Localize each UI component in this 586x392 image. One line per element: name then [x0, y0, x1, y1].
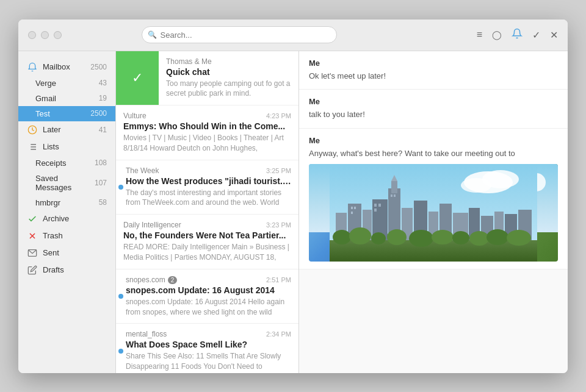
drafts-icon: [27, 265, 38, 276]
sidebar-label-archive: Archive: [43, 214, 69, 223]
x-icon[interactable]: ✕: [550, 29, 558, 41]
message-body-2: talk to you later!: [309, 109, 558, 121]
svg-point-49: [507, 230, 531, 246]
sidebar-label-drafts: Drafts: [43, 265, 64, 274]
selected-checkmark: ✓: [132, 70, 143, 86]
svg-point-43: [387, 229, 407, 245]
sidebar-item-archive[interactable]: Archive: [18, 210, 115, 227]
svg-rect-38: [394, 194, 396, 197]
mail-item[interactable]: Daily Intelligencer 3:23 PM No, the Foun…: [116, 215, 298, 269]
svg-rect-32: [354, 207, 356, 209]
svg-point-48: [487, 229, 508, 245]
titlebar: 🔍 ≡ ◯ ✓ ✕: [18, 20, 568, 51]
sidebar-count-verge: 43: [99, 79, 107, 87]
mail-item[interactable]: mental_floss 2:34 PM What Does Space Sme…: [116, 324, 298, 372]
sidebar-item-sent[interactable]: Sent: [18, 244, 115, 262]
mail-preview-3: READ MORE: Daily Intelligencer Main » Bu…: [123, 242, 291, 263]
mail-item-selected[interactable]: ✓ Thomas & Me Quick chat Too many people…: [116, 51, 298, 106]
maximize-button[interactable]: [54, 31, 62, 39]
sidebar-count-gmail: 19: [99, 94, 107, 102]
mail-preview-5: Share This See Also: 11 Smells That Are …: [126, 351, 291, 372]
sidebar-item-lists[interactable]: Lists: [18, 138, 115, 155]
sidebar-item-drafts[interactable]: Drafts: [18, 262, 115, 279]
mail-header-2: The Week 3:25 PM: [126, 166, 291, 175]
sidebar-item-mailbox[interactable]: Mailbox 2500: [18, 59, 115, 76]
svg-point-47: [469, 231, 489, 246]
mail-header-4: snopes.com2 2:51 PM: [126, 276, 291, 284]
svg-point-44: [409, 230, 433, 247]
mail-preview-1: Movies | TV | Music | Video | Books | Th…: [123, 133, 291, 154]
sidebar-item-hmbrgr[interactable]: hmbrgr 58: [18, 195, 115, 210]
trash-icon: [27, 230, 38, 241]
mail-badge-4: 2: [168, 276, 178, 284]
schedule-icon[interactable]: ◯: [492, 30, 502, 40]
sidebar-label-verge: Verge: [35, 79, 56, 88]
sidebar-label-lists: Lists: [43, 142, 59, 151]
mail-preview-4: snopes.com Update: 16 August 2014 Hello …: [126, 297, 291, 318]
main-content: Mailbox 2500 Verge 43 Gmail 19 Test 2500: [18, 51, 568, 373]
toolbar-actions: ≡ ◯ ✓ ✕: [477, 28, 558, 41]
svg-rect-35: [378, 204, 381, 207]
sidebar-label-trash: Trash: [43, 231, 63, 240]
notification-icon[interactable]: [512, 28, 523, 41]
sidebar-count-hmbrgr: 58: [99, 198, 107, 207]
svg-point-41: [349, 227, 371, 244]
sidebar-item-verge[interactable]: Verge 43: [18, 76, 115, 91]
mail-item[interactable]: The Week 3:25 PM How the West produces "…: [116, 160, 298, 215]
mail-subject-3: No, the Founders Were Not Tea Partier...: [123, 230, 291, 240]
mail-time-2: 3:25 PM: [266, 167, 291, 174]
sidebar-item-later[interactable]: Later 41: [18, 121, 115, 138]
mail-header-1: Vulture 4:23 PM: [123, 112, 291, 120]
close-button[interactable]: [28, 31, 36, 39]
unread-dot: [118, 294, 123, 299]
mail-item[interactable]: Vulture 4:23 PM Emmys: Who Should Win in…: [116, 105, 298, 160]
sidebar-label-saved: Saved Messages: [35, 174, 95, 192]
lists-icon: [27, 141, 38, 152]
search-icon: 🔍: [148, 30, 157, 39]
svg-point-46: [452, 231, 469, 244]
mail-time-5: 2:34 PM: [266, 330, 291, 338]
message-body-1: Ok let's meet up later!: [309, 70, 558, 82]
mail-header-5: mental_floss 2:34 PM: [126, 330, 291, 338]
selected-mail-sender: Thomas & Me: [166, 57, 212, 66]
sidebar: Mailbox 2500 Verge 43 Gmail 19 Test 2500: [18, 51, 116, 373]
minimize-button[interactable]: [41, 31, 49, 39]
message-sender-1: Me: [309, 59, 558, 68]
app-window: 🔍 ≡ ◯ ✓ ✕: [18, 20, 568, 373]
archive-icon: [27, 213, 38, 224]
selected-mail-content: Thomas & Me Quick chat Too many people c…: [159, 51, 298, 105]
sent-icon: [27, 248, 38, 258]
svg-rect-34: [374, 204, 377, 207]
mail-time-4: 2:51 PM: [266, 276, 291, 283]
sidebar-label-mailbox: Mailbox: [43, 62, 70, 71]
sidebar-count-saved: 107: [95, 179, 107, 187]
svg-rect-36: [374, 208, 377, 212]
list-view-icon[interactable]: ≡: [477, 29, 482, 40]
sidebar-item-receipts[interactable]: Receipts 108: [18, 155, 115, 171]
mail-sender-1: Vulture: [123, 112, 146, 120]
svg-rect-37: [391, 194, 392, 197]
sidebar-count-later: 41: [99, 126, 107, 134]
traffic-lights: [28, 31, 62, 39]
search-bar[interactable]: 🔍: [142, 26, 337, 43]
message-bubble-2: Me talk to you later!: [299, 90, 568, 129]
sidebar-item-test[interactable]: Test 2500: [18, 106, 115, 121]
sidebar-label-sent: Sent: [43, 248, 59, 257]
mail-item[interactable]: snopes.com2 2:51 PM snopes.com Update: 1…: [116, 269, 298, 324]
search-input[interactable]: [142, 26, 337, 43]
mail-time-3: 3:23 PM: [266, 221, 291, 229]
reading-pane: Me Ok let's meet up later! Me talk to yo…: [299, 51, 568, 373]
message-sender-2: Me: [309, 97, 558, 106]
sidebar-item-gmail[interactable]: Gmail 19: [18, 91, 115, 106]
checkmark-icon[interactable]: ✓: [532, 29, 540, 41]
mail-preview-2: The day's most interesting and important…: [126, 188, 291, 208]
sidebar-count-receipts: 108: [95, 159, 107, 167]
later-icon: [27, 124, 38, 135]
sidebar-label-test: Test: [35, 109, 50, 118]
sidebar-count-test: 2500: [90, 109, 107, 118]
selected-mail-preview: Too many people camping out fo got a sec…: [166, 79, 291, 99]
sidebar-item-trash[interactable]: Trash: [18, 227, 115, 244]
selected-mail-header: Thomas & Me: [166, 57, 291, 66]
sidebar-item-saved[interactable]: Saved Messages 107: [18, 171, 115, 195]
sidebar-label-gmail: Gmail: [35, 94, 56, 103]
